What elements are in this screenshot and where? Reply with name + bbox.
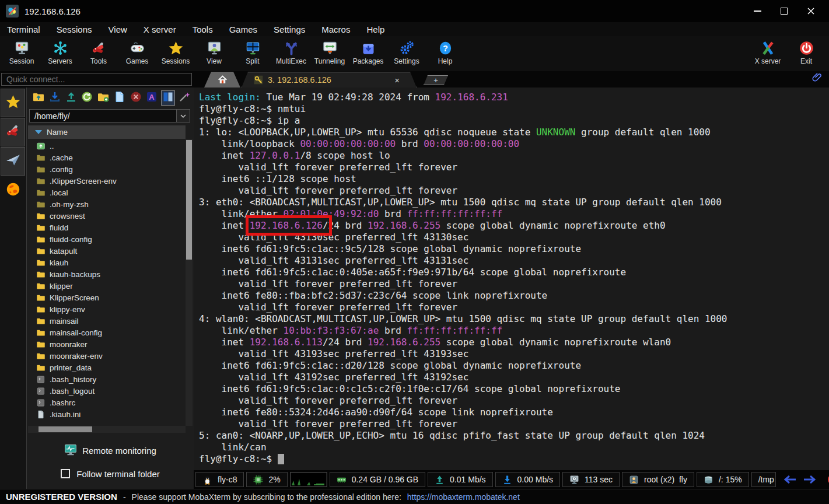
sidebar-sftp-tab[interactable] [1, 176, 25, 205]
toolbar-games-button[interactable]: Games [118, 37, 156, 65]
file-row[interactable]: kiauh [36, 257, 194, 268]
toolbar-tools-button[interactable]: Tools [79, 37, 118, 65]
file-row[interactable]: katapult [36, 245, 194, 257]
menu-macros[interactable]: Macros [321, 24, 350, 34]
terminal-output[interactable]: Last login: Tue Mar 19 02:49:28 2024 fro… [194, 88, 829, 470]
file-row[interactable]: mainsail [36, 315, 194, 327]
filebar-refresh-button[interactable] [80, 90, 95, 106]
footer-link[interactable]: https://mobaxterm.mobatek.net [407, 492, 520, 502]
minimize-button[interactable] [744, 2, 771, 20]
terminal-line: link/loopback 00:00:00:00:00:00 brd 00:0… [199, 138, 829, 150]
menu-terminal[interactable]: Terminal [7, 24, 40, 34]
file-row[interactable]: .config [36, 163, 194, 175]
attach-icon[interactable] [811, 71, 829, 88]
remote-monitoring-button[interactable]: Remote monitoring [27, 441, 194, 460]
panes-icon [162, 91, 174, 105]
toolbar-exit-button[interactable]: Exit [787, 37, 825, 65]
path-dropdown-button[interactable] [176, 109, 190, 123]
status-current-path: /tmp [751, 472, 776, 487]
sidebar-sessions-tab[interactable] [1, 89, 25, 117]
sidebar-tab-strip [0, 88, 26, 489]
menu-settings[interactable]: Settings [274, 24, 305, 34]
toolbar-view-button[interactable]: View [195, 37, 233, 65]
file-name: kiauh-backups [50, 270, 100, 279]
disk-icon [704, 475, 713, 485]
menu-x-server[interactable]: X server [144, 24, 176, 34]
window-title: 192.168.6.126 [25, 6, 744, 16]
file-row[interactable]: .bashrc [36, 397, 194, 408]
toolbar-packages-button[interactable]: Packages [349, 37, 387, 65]
file-row[interactable]: klipper [36, 280, 194, 292]
file-row[interactable]: .. [36, 140, 194, 152]
status-bar: fly-c82%0.24 GB / 0.96 GB0.01 Mb/s0.00 M… [194, 470, 829, 489]
menu-sessions[interactable]: Sessions [57, 24, 92, 34]
help-icon: ? [438, 39, 453, 57]
file-row[interactable]: printer_data [36, 362, 194, 373]
file-row[interactable]: .KlipperScreen-env [36, 175, 194, 187]
toolbar-split-button[interactable]: Split [233, 37, 272, 65]
file-row[interactable]: .cache [36, 152, 194, 163]
toolbar-label: Split [246, 57, 259, 65]
close-button[interactable] [797, 2, 824, 20]
filebar-upload-button[interactable] [64, 90, 78, 106]
toolbar-sessions-button[interactable]: Sessions [156, 37, 195, 65]
arrow-left-icon[interactable] [784, 475, 797, 484]
status-text: 0.00 Mb/s [517, 475, 553, 484]
file-row[interactable]: fluidd-config [36, 233, 194, 245]
column-header-name[interactable]: Name [28, 125, 186, 139]
filebar-rename-button[interactable]: A [145, 90, 159, 106]
terminal-line: Last login: Tue Mar 19 02:49:28 2024 fro… [199, 92, 829, 103]
filebar-new-folder-button[interactable] [96, 90, 111, 106]
file-row[interactable]: mainsail-config [36, 327, 194, 338]
toolbar-help-button[interactable]: ?Help [426, 37, 464, 65]
file-row[interactable]: KlipperScreen [36, 292, 194, 303]
file-list-hscrollbar[interactable] [28, 426, 186, 433]
file-row[interactable]: kiauh-backups [36, 268, 194, 280]
toolbar-settings-button[interactable]: Settings [387, 37, 426, 65]
follow-terminal-checkbox[interactable] [61, 469, 70, 478]
sidebar-tools-tab[interactable] [1, 118, 25, 146]
filebar-download-button[interactable] [48, 90, 62, 106]
file-row[interactable]: klippy-env [36, 303, 194, 315]
new-tab-button[interactable]: + [424, 75, 448, 85]
menu-help[interactable]: Help [366, 24, 384, 34]
file-row[interactable]: .bash_history [36, 373, 194, 385]
menu-games[interactable]: Games [229, 24, 257, 34]
toolbar-label: Tunneling [314, 57, 345, 65]
filebar-split-view-button[interactable] [161, 90, 176, 106]
file-row[interactable]: .local [36, 187, 194, 198]
toolbar-label: Games [126, 57, 149, 65]
filebar-new-file-button[interactable] [113, 90, 127, 106]
status-close-button[interactable] [824, 472, 829, 487]
toolbar-tunneling-button[interactable]: Tunneling [310, 37, 349, 65]
quick-connect-input[interactable] [1, 73, 192, 86]
file-name: .KlipperScreen-env [50, 177, 117, 186]
toolbar-x-server-button[interactable]: X server [748, 37, 787, 65]
file-list-vscrollbar[interactable] [186, 139, 193, 426]
file-name: mainsail-config [50, 328, 102, 337]
file-row[interactable]: .oh-my-zsh [36, 198, 194, 210]
maximize-button[interactable] [771, 2, 797, 20]
filebar-wand-button[interactable] [177, 90, 191, 106]
toolbar-servers-button[interactable]: Servers [41, 37, 79, 65]
toolbar-session-button[interactable]: Session [2, 37, 41, 65]
arrow-right-icon[interactable] [803, 475, 816, 484]
filebar-parent-dir-button[interactable] [32, 90, 46, 106]
file-row[interactable]: .kiauh.ini [36, 408, 194, 420]
file-row[interactable]: crowsnest [36, 210, 194, 222]
tab-active-session[interactable]: 3. 192.168.6.126 × [242, 72, 417, 88]
folder-icon [36, 340, 46, 349]
path-input[interactable]: /home/fly/ [29, 109, 176, 123]
upload-icon [65, 91, 77, 105]
tab-close-icon[interactable]: × [394, 75, 400, 85]
toolbar-multiexec-button[interactable]: MultiExec [272, 37, 310, 65]
file-row[interactable]: moonraker [36, 338, 194, 350]
filebar-delete-button[interactable] [128, 90, 143, 106]
menu-view[interactable]: View [109, 24, 127, 34]
file-row[interactable]: moonraker-env [36, 350, 194, 362]
file-row[interactable]: fluidd [36, 222, 194, 233]
menu-tools[interactable]: Tools [193, 24, 213, 34]
file-row[interactable]: .bash_logout [36, 385, 194, 397]
tab-home[interactable] [204, 72, 240, 88]
sidebar-macros-tab[interactable] [1, 147, 25, 176]
